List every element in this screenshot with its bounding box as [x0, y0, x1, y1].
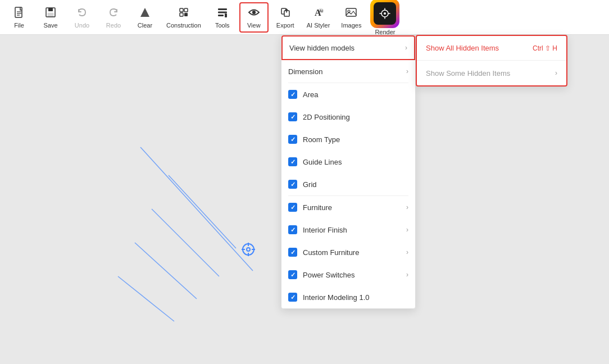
- svg-line-37: [118, 276, 174, 321]
- room-type-checkbox[interactable]: [288, 135, 297, 144]
- show-some-hidden-row[interactable]: Show Some Hidden Items ›: [417, 61, 566, 85]
- custom-furniture-chevron: ›: [406, 248, 408, 256]
- svg-rect-8: [180, 8, 183, 12]
- clear-icon: [139, 6, 151, 21]
- power-switches-label: Power Switches: [303, 271, 401, 279]
- interior-modeling-label: Interior Modeling 1.0: [303, 293, 408, 302]
- svg-point-28: [384, 12, 386, 15]
- 2d-positioning-row[interactable]: 2D Positioning: [281, 106, 415, 128]
- save-label: Save: [43, 22, 57, 29]
- grid-label: Grid: [303, 180, 408, 189]
- furniture-checkbox[interactable]: [288, 203, 297, 212]
- guide-lines-label: Guide Lines: [303, 158, 408, 166]
- grid-row[interactable]: Grid: [281, 173, 415, 195]
- svg-rect-10: [180, 13, 183, 16]
- show-all-label: Show All Hidden Items: [426, 44, 499, 52]
- construction-icon: [178, 6, 190, 21]
- view-icon: [248, 6, 260, 21]
- custom-furniture-label: Custom Furniture: [303, 248, 401, 257]
- svg-rect-0: [15, 7, 22, 17]
- interior-finish-chevron: ›: [406, 226, 408, 234]
- 2d-positioning-checkbox[interactable]: [288, 112, 297, 121]
- interior-modeling-checkbox[interactable]: [288, 293, 297, 302]
- interior-finish-checkbox[interactable]: [288, 225, 297, 234]
- toolbar: File Save Undo Redo: [0, 0, 609, 35]
- undo-label: Undo: [75, 22, 89, 29]
- interior-finish-label: Interior Finish: [303, 226, 401, 234]
- file-label: File: [14, 22, 24, 29]
- images-button[interactable]: Images: [337, 2, 366, 33]
- ai-styler-icon: A AI: [312, 6, 325, 21]
- save-icon: [44, 6, 57, 21]
- clear-button[interactable]: Clear: [130, 2, 160, 33]
- images-icon: [345, 6, 357, 21]
- redo-button[interactable]: Redo: [99, 2, 128, 33]
- svg-point-39: [247, 248, 250, 251]
- export-button[interactable]: Export: [271, 2, 300, 33]
- furniture-row[interactable]: Furniture ›: [281, 196, 415, 219]
- svg-text:AI: AI: [319, 8, 324, 13]
- view-hidden-models-row[interactable]: View hidden models ›: [281, 35, 415, 60]
- dimension-chevron: ›: [406, 67, 408, 75]
- svg-rect-14: [218, 15, 224, 16]
- tools-label: Tools: [215, 22, 230, 29]
- show-some-chevron: ›: [555, 69, 557, 77]
- save-button[interactable]: Save: [36, 2, 65, 33]
- custom-furniture-checkbox[interactable]: [288, 248, 297, 257]
- crosshair-target: [240, 242, 256, 260]
- svg-rect-11: [184, 13, 188, 16]
- render-icon: [374, 2, 396, 25]
- clear-label: Clear: [138, 22, 152, 29]
- area-row[interactable]: Area: [281, 83, 415, 106]
- dimension-label: Dimension: [288, 67, 322, 76]
- svg-rect-12: [218, 8, 227, 10]
- dimension-row[interactable]: Dimension ›: [281, 60, 415, 83]
- power-switches-chevron: ›: [406, 271, 408, 279]
- tools-button[interactable]: Tools: [208, 2, 237, 33]
- svg-rect-25: [346, 8, 356, 16]
- view-hidden-models-label: View hidden models: [289, 44, 355, 52]
- area-checkbox[interactable]: [288, 90, 297, 99]
- furniture-label: Furniture: [303, 203, 401, 212]
- tools-icon: [216, 6, 229, 21]
- svg-rect-13: [218, 11, 227, 13]
- room-type-row[interactable]: Room Type: [281, 128, 415, 151]
- view-label: View: [247, 22, 261, 29]
- grid-checkbox[interactable]: [288, 180, 297, 189]
- redo-icon: [107, 6, 120, 21]
- interior-modeling-row[interactable]: Interior Modeling 1.0: [281, 286, 415, 308]
- undo-button[interactable]: Undo: [67, 2, 97, 33]
- power-switches-row[interactable]: Power Switches ›: [281, 263, 415, 286]
- view-button[interactable]: View: [239, 2, 269, 33]
- render-button[interactable]: [370, 0, 399, 28]
- images-label: Images: [341, 22, 361, 29]
- svg-point-18: [252, 11, 256, 14]
- svg-rect-9: [184, 8, 188, 12]
- ai-styler-label: AI Styler: [307, 22, 330, 29]
- show-some-label: Show Some Hidden Items: [426, 69, 510, 78]
- view-dropdown: View hidden models › Dimension › Area 2D…: [281, 35, 416, 309]
- area-label: Area: [303, 90, 408, 99]
- undo-icon: [76, 6, 88, 21]
- svg-marker-7: [140, 8, 149, 17]
- power-switches-checkbox[interactable]: [288, 270, 297, 279]
- view-hidden-chevron: ›: [405, 44, 407, 52]
- export-icon: [279, 6, 292, 21]
- ai-styler-button[interactable]: A AI AI Styler: [302, 2, 335, 33]
- 2d-positioning-label: 2D Positioning: [303, 113, 408, 121]
- svg-line-33: [140, 147, 253, 271]
- room-type-label: Room Type: [303, 135, 408, 144]
- construction-button[interactable]: Construction: [162, 2, 206, 33]
- file-icon: [13, 6, 25, 21]
- guide-lines-checkbox[interactable]: [288, 157, 297, 166]
- file-button[interactable]: File: [4, 2, 34, 33]
- redo-label: Redo: [106, 22, 121, 29]
- svg-rect-15: [225, 13, 227, 17]
- custom-furniture-row[interactable]: Custom Furniture ›: [281, 241, 415, 263]
- show-all-hidden-row[interactable]: Show All Hidden Items Ctrl ⇧ H: [417, 36, 566, 61]
- hidden-items-panel: Show All Hidden Items Ctrl ⇧ H Show Some…: [416, 35, 567, 87]
- interior-finish-row[interactable]: Interior Finish ›: [281, 219, 415, 241]
- svg-point-26: [348, 10, 350, 12]
- svg-line-36: [135, 243, 197, 299]
- guide-lines-row[interactable]: Guide Lines: [281, 151, 415, 173]
